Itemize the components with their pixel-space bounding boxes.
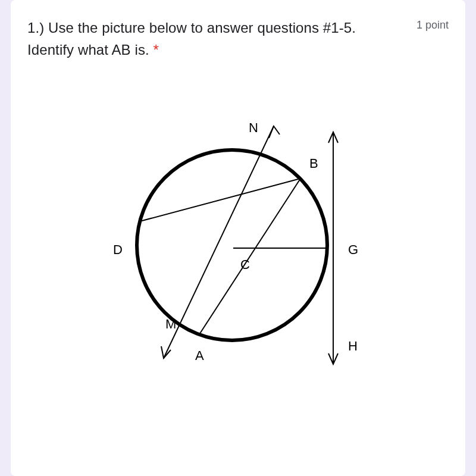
label-c: C — [240, 257, 250, 272]
label-n: N — [249, 120, 258, 135]
label-b: B — [309, 156, 318, 171]
circle-diagram: N B D C G M A H — [95, 108, 381, 388]
diagram-container: N B D C G M A H — [27, 108, 449, 388]
required-asterisk: * — [154, 42, 159, 58]
question-text: 1.) Use the picture below to answer ques… — [27, 17, 402, 61]
secant-mn — [164, 126, 274, 358]
question-card: 1.) Use the picture below to answer ques… — [11, 0, 465, 476]
label-m: M — [165, 317, 176, 331]
label-a: A — [195, 348, 204, 363]
question-body: 1.) Use the picture below to answer ques… — [27, 20, 356, 58]
label-h: H — [348, 339, 358, 353]
question-points: 1 point — [416, 17, 449, 32]
label-d: D — [113, 242, 123, 257]
label-g: G — [348, 242, 358, 257]
question-header: 1.) Use the picture below to answer ques… — [27, 17, 449, 61]
